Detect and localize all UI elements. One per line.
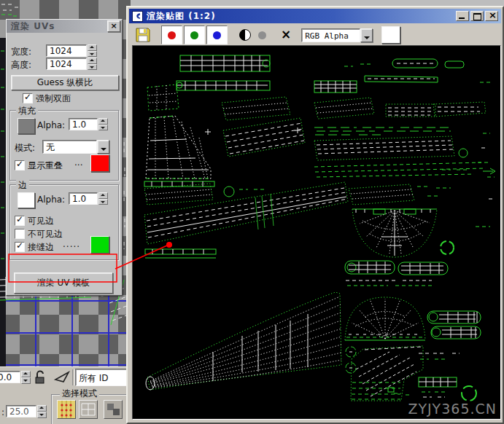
visible-edges-checkbox[interactable] [15, 216, 25, 226]
uv-island-tapered-fuselage [146, 292, 341, 390]
invisible-edges-label: 不可见边 [28, 228, 63, 240]
spinner-down-icon[interactable] [88, 51, 97, 58]
uv-island-nacelle-patch [349, 184, 451, 205]
close-icon[interactable]: × [107, 20, 120, 32]
render-uv-template-button[interactable]: 渲染 UV 模板 [14, 272, 113, 294]
fill-group-title: 填充 [16, 105, 38, 117]
selection-value-input[interactable]: 25.0 [6, 405, 36, 417]
spinner-down-icon[interactable] [21, 377, 31, 384]
material-id-filter[interactable]: 所有 ID [75, 369, 131, 386]
uv-island-fuselage-strip-1 [180, 55, 270, 71]
select-mode-title: 选择模式 [60, 388, 99, 400]
seam-edges-dots: ..... [63, 239, 80, 249]
fill-alpha-input[interactable]: 1.0 [69, 118, 98, 130]
mono-channel-icon[interactable] [239, 29, 251, 41]
spinner-up-icon[interactable] [98, 118, 108, 125]
invisible-edges-checkbox[interactable] [15, 229, 25, 239]
face-select-icon[interactable] [79, 400, 98, 419]
uv-island-dashed-band [314, 136, 468, 160]
width-label: 宽度: [11, 46, 31, 58]
height-spinner[interactable] [88, 58, 97, 70]
minimize-icon[interactable] [456, 11, 469, 21]
pick-arrow-icon[interactable] [53, 370, 71, 385]
u-coordinate-input[interactable]: 0.0 [0, 371, 20, 383]
render-uvs-title: 渲染 UVs [11, 20, 107, 33]
background-color-swatch[interactable] [381, 26, 400, 44]
uv-template-wireframe [133, 46, 500, 419]
blue-dot-icon [213, 31, 221, 39]
edge-alpha-spinner[interactable] [98, 192, 108, 205]
element-select-icon[interactable] [104, 400, 123, 419]
uv-island-engine-fan [352, 209, 454, 257]
render-uvs-titlebar[interactable]: 渲染 UVs × [7, 20, 122, 33]
uv-island-hatched [346, 346, 423, 401]
seam-edges-label: 接缝边 [28, 241, 54, 254]
select-mode-panel: : 25.0 选择模式 [0, 387, 131, 424]
spinner-colon-label: : [1, 407, 4, 417]
uv-island-fuselage-strip-2 [177, 81, 270, 90]
uv-island-dome [345, 297, 425, 340]
edge-alpha-input[interactable]: 1.0 [69, 192, 98, 205]
uv-island-tail-fin [144, 116, 214, 187]
save-icon[interactable] [135, 27, 151, 43]
uv-seam-dash-rows [314, 127, 453, 135]
spinner-up-icon[interactable] [37, 405, 47, 412]
seam-edges-checkbox[interactable] [15, 242, 25, 252]
edge-color-swatch[interactable] [18, 192, 35, 208]
red-channel-toggle[interactable] [161, 25, 182, 44]
alpha-channel-disabled-icon [258, 31, 266, 39]
uv-island-quad-patch [147, 85, 179, 111]
edges-group: 边 Alpha: 1.0 可见边 不可见边 接缝边 ..... [9, 184, 119, 260]
chevron-down-icon[interactable] [97, 140, 109, 154]
uv-editor-dark-edge [0, 38, 6, 367]
lock-icon[interactable] [34, 370, 50, 385]
chevron-down-icon[interactable] [360, 28, 373, 42]
channel-combo[interactable]: RGB Alpha [301, 28, 373, 42]
fill-mode-combo[interactable]: 无 [42, 140, 109, 154]
width-input[interactable]: 1024 [46, 44, 87, 57]
uv-island-cylinder-strips [345, 261, 448, 286]
render-map-titlebar[interactable]: 渲染贴图 (1:2) [129, 9, 501, 23]
render-map-canvas[interactable]: ZYJY365.CN [132, 45, 501, 420]
fill-mode-label: 模式: [15, 142, 35, 154]
guess-aspect-button[interactable]: Guess 纵横比 [11, 75, 119, 90]
spinner-down-icon[interactable] [98, 125, 108, 131]
spinner-up-icon[interactable] [88, 58, 97, 64]
uv-island-engine-pods [427, 311, 481, 339]
spinner-up-icon[interactable] [88, 44, 97, 51]
show-overlap-label: 显示重叠 [28, 160, 63, 172]
force-two-sided-checkbox[interactable] [23, 93, 33, 103]
show-overlap-checkbox[interactable] [15, 160, 25, 170]
blue-channel-toggle[interactable] [206, 25, 228, 44]
visible-edges-label: 可见边 [28, 215, 54, 227]
fill-alpha-label: Alpha: [37, 120, 65, 130]
force-two-sided-label: 强制双面 [36, 93, 71, 105]
clear-icon[interactable]: × [281, 27, 291, 42]
spinner-down-icon[interactable] [37, 412, 47, 418]
selection-value-spinner[interactable] [37, 405, 47, 418]
height-input[interactable]: 1024 [46, 58, 87, 70]
render-map-window: 渲染贴图 (1:2) × RGB Alpha [126, 6, 504, 424]
fill-alpha-spinner[interactable] [98, 118, 108, 130]
spinner-down-icon[interactable] [88, 64, 97, 71]
height-label: 高度: [11, 59, 31, 71]
render-map-title: 渲染贴图 (1:2) [147, 10, 456, 23]
spinner-up-icon[interactable] [21, 371, 31, 377]
overlap-color-swatch[interactable] [90, 154, 109, 172]
fill-mode-value[interactable]: 无 [42, 140, 97, 154]
app-logo-icon [132, 11, 143, 22]
width-spinner[interactable] [88, 44, 97, 57]
fill-color-swatch[interactable] [18, 118, 35, 134]
spinner-up-icon[interactable] [98, 192, 108, 199]
arrow-mark [483, 168, 495, 174]
uv-editor-bottom-bar: 0.0 所有 ID [0, 366, 131, 388]
maximize-icon[interactable] [470, 11, 484, 21]
close-icon[interactable] [485, 11, 498, 21]
soft-selection-icon[interactable] [57, 400, 76, 419]
seam-color-swatch[interactable] [90, 236, 109, 254]
uv-edge-scraps [442, 82, 495, 227]
green-channel-toggle[interactable] [184, 25, 205, 44]
channel-combo-value[interactable]: RGB Alpha [301, 28, 360, 42]
spinner-down-icon[interactable] [98, 199, 108, 205]
u-coordinate-spinner[interactable] [21, 371, 31, 384]
